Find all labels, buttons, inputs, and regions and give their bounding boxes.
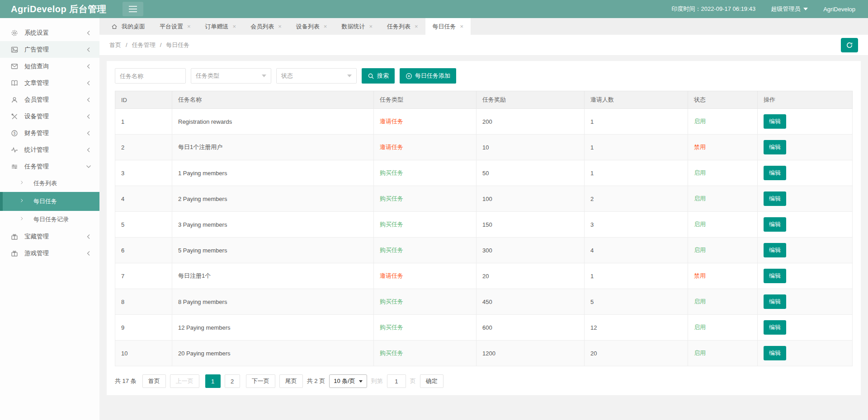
- tab-close-icon[interactable]: ×: [369, 23, 373, 30]
- sidebar-item-tasks[interactable]: 任务管理: [0, 158, 99, 175]
- sidebar-item-ads[interactable]: 广告管理: [0, 41, 99, 58]
- tab-close-icon[interactable]: ×: [460, 23, 464, 30]
- search-button-label: 搜索: [377, 72, 389, 80]
- pagination-page-button[interactable]: 2: [225, 374, 240, 388]
- envelope-icon: [11, 63, 18, 70]
- edit-button[interactable]: 编辑: [764, 294, 786, 309]
- sidebar-item-stats[interactable]: 统计管理: [0, 141, 99, 158]
- edit-button[interactable]: 编辑: [764, 217, 786, 232]
- image-icon: [11, 46, 18, 53]
- edit-button[interactable]: 编辑: [764, 269, 786, 283]
- sidebar-item-articles[interactable]: 文章管理: [0, 75, 99, 91]
- sidebar-item-system[interactable]: 系统设置: [0, 24, 99, 41]
- breadcrumb-separator: /: [160, 42, 162, 48]
- cell-invites: 1: [585, 263, 688, 289]
- cell-id: 7: [115, 263, 172, 289]
- chevron-down-icon: [262, 75, 266, 77]
- sidebar-item-label: 系统设置: [24, 29, 49, 37]
- table-row: 65 Paying members购买任务3004启用编辑: [115, 238, 853, 263]
- breadcrumb-item[interactable]: 每日任务: [166, 42, 189, 48]
- sidebar-item-devices[interactable]: 设备管理: [0, 108, 99, 125]
- sidebar-item-finance[interactable]: $财务管理: [0, 125, 99, 141]
- tab-devices[interactable]: 设备列表×: [289, 18, 335, 35]
- goto-confirm-button[interactable]: 确定: [420, 374, 443, 388]
- edit-button[interactable]: 编辑: [764, 346, 786, 360]
- sidebar-item-games[interactable]: 游戏管理: [0, 245, 99, 261]
- tab-label: 我的桌面: [122, 23, 145, 31]
- cell-reward: 100: [476, 186, 585, 212]
- page-size-value: 10 条/页: [334, 377, 355, 385]
- page-size-select[interactable]: 10 条/页: [329, 374, 367, 388]
- edit-button[interactable]: 编辑: [764, 243, 786, 257]
- table-row: 912 Paying members购买任务60012启用编辑: [115, 315, 853, 341]
- table-header-row: ID任务名称任务类型任务奖励邀请人数状态操作: [115, 91, 853, 109]
- tab-label: 平台设置: [160, 23, 183, 31]
- breadcrumb-item[interactable]: 首页: [109, 42, 121, 48]
- cell-status: 启用: [688, 109, 758, 135]
- tab-daily-task[interactable]: 每日任务×: [425, 18, 471, 35]
- tab-close-icon[interactable]: ×: [233, 23, 236, 30]
- status-select[interactable]: 状态: [276, 68, 357, 84]
- chevron-left-icon: [85, 113, 92, 120]
- cell-id: 9: [115, 315, 172, 341]
- pagination-pages: 12: [205, 374, 240, 388]
- cell-task-name: 20 Paying members: [172, 341, 374, 366]
- cell-reward: 1200: [476, 341, 585, 366]
- search-button[interactable]: 搜索: [362, 68, 395, 84]
- pagination-first-button[interactable]: 首页: [142, 374, 166, 388]
- chevron-left-icon: [85, 146, 92, 154]
- brand-name[interactable]: AgriDevelop: [823, 6, 855, 13]
- tab-task-list[interactable]: 任务列表×: [380, 18, 425, 35]
- tab-close-icon[interactable]: ×: [278, 23, 282, 30]
- edit-button[interactable]: 编辑: [764, 114, 786, 129]
- tab-stats[interactable]: 数据统计×: [334, 18, 380, 35]
- cell-id: 10: [115, 341, 172, 366]
- user-role-label: 超级管理员: [771, 5, 800, 13]
- tab-close-icon[interactable]: ×: [324, 23, 327, 30]
- goto-page-input[interactable]: [387, 374, 406, 388]
- app-title: AgriDevelop 后台管理: [0, 3, 117, 15]
- tab-label: 每日任务: [433, 23, 456, 31]
- sidebar-item-treasure[interactable]: 宝藏管理: [0, 228, 99, 245]
- task-type-select[interactable]: 任务类型: [191, 68, 271, 84]
- sidebar-subitem-daily-task[interactable]: 每日任务: [0, 192, 99, 211]
- cell-actions: 编辑: [758, 341, 853, 366]
- cell-actions: 编辑: [758, 109, 853, 135]
- cell-actions: 编辑: [758, 135, 853, 160]
- sidebar-subitem-label: 每日任务: [33, 197, 57, 205]
- column-header: 邀请人数: [585, 91, 688, 109]
- pagination-page-button[interactable]: 1: [205, 374, 221, 388]
- pagination-next-button[interactable]: 下一页: [246, 374, 275, 388]
- tab-order-gift[interactable]: 订单赠送×: [198, 18, 244, 35]
- edit-button[interactable]: 编辑: [764, 320, 786, 335]
- sidebar-subitem-task-list[interactable]: 任务列表: [0, 175, 99, 192]
- user-role-menu[interactable]: 超级管理员: [771, 5, 808, 13]
- tab-platform[interactable]: 平台设置×: [152, 18, 198, 35]
- chevron-left-icon: [85, 29, 92, 37]
- edit-button[interactable]: 编辑: [764, 140, 786, 154]
- pagination-last-button[interactable]: 尾页: [279, 374, 303, 388]
- hamburger-menu-icon[interactable]: [123, 2, 143, 16]
- tab-close-icon[interactable]: ×: [415, 23, 418, 30]
- task-name-input[interactable]: [115, 68, 186, 84]
- sidebar-item-sms[interactable]: 短信查询: [0, 58, 99, 75]
- cell-reward: 450: [476, 289, 585, 315]
- breadcrumb-item[interactable]: 任务管理: [132, 42, 156, 48]
- tab-members[interactable]: 会员列表×: [243, 18, 289, 35]
- edit-button[interactable]: 编辑: [764, 166, 786, 180]
- app-header: AgriDevelop 后台管理 印度时间：2022-09-17 06:19:4…: [0, 0, 868, 18]
- sidebar-subitem-daily-task-log[interactable]: 每日任务记录: [0, 211, 99, 228]
- cell-id: 5: [115, 212, 172, 238]
- add-daily-task-button[interactable]: 每日任务添加: [400, 68, 456, 84]
- book-icon: [11, 79, 18, 87]
- pagination-prev-button[interactable]: 上一页: [170, 374, 199, 388]
- tab-label: 会员列表: [250, 23, 274, 31]
- sidebar-item-members[interactable]: 会员管理: [0, 91, 99, 108]
- tab-close-icon[interactable]: ×: [187, 23, 191, 30]
- cell-actions: 编辑: [758, 186, 853, 212]
- cell-task-type: 购买任务: [374, 212, 476, 238]
- refresh-button[interactable]: [841, 38, 858, 52]
- edit-button[interactable]: 编辑: [764, 191, 786, 206]
- tab-desktop[interactable]: 我的桌面: [104, 18, 152, 35]
- column-header: 任务奖励: [476, 91, 585, 109]
